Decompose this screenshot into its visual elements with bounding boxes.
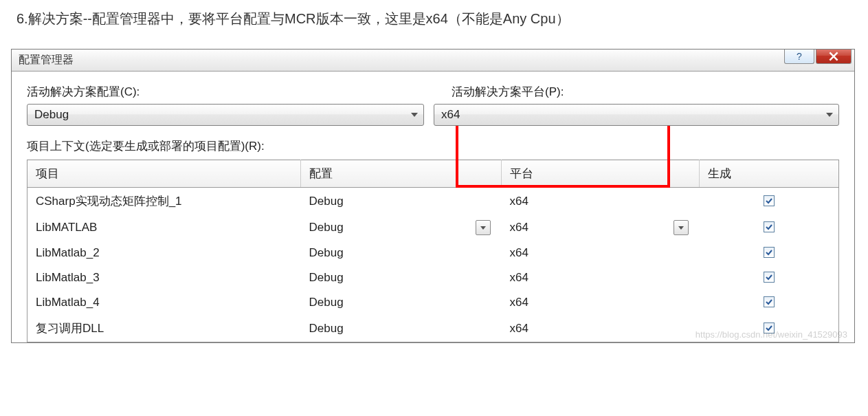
cell-config[interactable]: Debug [301,290,502,315]
active-config-combo[interactable]: Debug [27,104,424,126]
cell-config-value: Debug [309,246,344,260]
cell-platform-value: x64 [510,195,528,208]
header-project[interactable]: 项目 [27,160,301,188]
cell-config-value: Debug [309,296,344,309]
cell-config[interactable]: Debug [301,241,502,265]
cell-build [700,188,839,215]
project-context-label: 项目上下文(选定要生成或部署的项目配置)(R): [27,138,839,154]
build-checkbox[interactable] [764,322,775,333]
cell-config[interactable]: Debug [301,188,502,215]
cell-platform[interactable]: x64 [502,315,700,342]
help-icon: ? [797,51,802,62]
cell-project: LibMatlab_4 [27,290,301,315]
cell-platform[interactable]: x64 [502,265,700,290]
cell-config[interactable]: Debug [301,265,502,290]
active-config-value: Debug [34,108,69,122]
cell-project: CSharp实现动态矩阵控制_1 [27,188,301,215]
active-platform-value: x64 [441,108,460,122]
active-platform-combo[interactable]: x64 [434,104,839,126]
cell-platform-value: x64 [510,246,528,260]
help-button[interactable]: ? [784,49,814,64]
build-checkbox[interactable] [764,247,775,258]
cell-platform[interactable]: x64 [502,241,700,265]
chevron-down-icon [826,113,833,117]
cell-build [700,241,839,265]
build-checkbox[interactable] [764,195,775,206]
close-icon [829,52,838,61]
cell-config[interactable]: Debug [301,215,502,241]
build-checkbox[interactable] [764,272,775,283]
check-icon [765,324,773,332]
header-platform[interactable]: 平台 [502,160,700,188]
cell-build [700,265,839,290]
titlebar: 配置管理器 ? [12,50,854,72]
project-table: 项目 配置 平台 生成 CSharp实现动态矩阵控制_1Debugx64LibM… [27,160,839,342]
table-row[interactable]: LibMatlab_2Debugx64 [27,241,839,265]
cell-platform[interactable]: x64 [502,215,700,241]
table-row[interactable]: LibMatlab_4Debugx64 [27,290,839,315]
table-row[interactable]: 复习调用DLLDebugx64 [27,315,839,342]
cell-platform[interactable]: x64 [502,188,700,215]
check-icon [765,273,773,281]
chevron-down-icon [480,226,486,230]
cell-project: LibMATLAB [27,215,301,241]
active-config-label: 活动解决方案配置(C): [27,84,449,100]
check-icon [765,223,773,231]
table-row[interactable]: CSharp实现动态矩阵控制_1Debugx64 [27,188,839,215]
cell-project: LibMatlab_3 [27,265,301,290]
config-dropdown-button[interactable] [476,220,491,235]
build-checkbox[interactable] [764,296,775,307]
check-icon [765,197,773,205]
check-icon [765,248,773,256]
table-row[interactable]: LibMATLABDebugx64 [27,215,839,241]
cell-config-value: Debug [309,271,344,285]
platform-dropdown-button[interactable] [674,220,689,235]
cell-platform-value: x64 [510,322,528,336]
cell-build [700,215,839,241]
cell-config[interactable]: Debug [301,315,502,342]
config-manager-dialog: 配置管理器 ? 活动解决方案配置(C): 活动解决方案平台(P): Debug … [11,49,855,343]
cell-build [700,315,839,342]
chevron-down-icon [678,226,684,230]
cell-project: 复习调用DLL [27,315,301,342]
cell-config-value: Debug [309,322,344,336]
cell-platform-value: x64 [510,221,528,234]
dialog-title: 配置管理器 [19,53,74,67]
cell-platform-value: x64 [510,296,528,309]
check-icon [765,298,773,306]
cell-config-value: Debug [309,221,344,234]
cell-platform[interactable]: x64 [502,290,700,315]
table-row[interactable]: LibMatlab_3Debugx64 [27,265,839,290]
close-button[interactable] [816,49,852,64]
cell-platform-value: x64 [510,271,528,285]
cell-build [700,290,839,315]
header-config[interactable]: 配置 [301,160,502,188]
instruction-text: 6.解决方案--配置管理器中，要将平台配置与MCR版本一致，这里是x64（不能是… [0,0,868,49]
header-build[interactable]: 生成 [700,160,839,188]
chevron-down-icon [411,113,418,117]
build-checkbox[interactable] [764,221,775,232]
active-platform-label: 活动解决方案平台(P): [449,84,564,100]
cell-project: LibMatlab_2 [27,241,301,265]
cell-config-value: Debug [309,195,344,208]
